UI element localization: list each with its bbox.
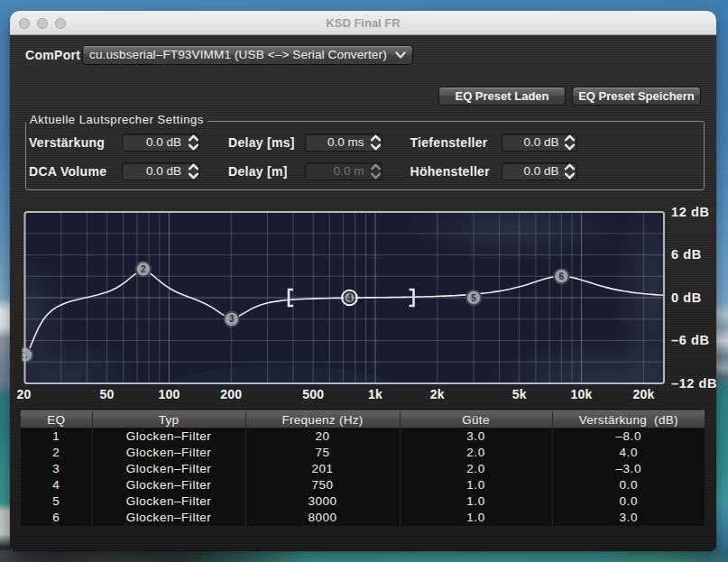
- svg-text:–12 dB: –12 dB: [671, 376, 716, 391]
- svg-text:0 dB: 0 dB: [671, 290, 702, 305]
- svg-text:6 dB: 6 dB: [671, 247, 702, 262]
- svg-text:1k: 1k: [368, 387, 382, 401]
- svg-text:20k: 20k: [632, 387, 654, 401]
- svg-text:12 dB: 12 dB: [671, 206, 710, 219]
- svg-text:10k: 10k: [571, 387, 593, 401]
- svg-text:5: 5: [471, 293, 476, 303]
- svg-text:5k: 5k: [512, 387, 527, 401]
- svg-text:2: 2: [141, 264, 146, 274]
- svg-text:500: 500: [302, 387, 324, 401]
- svg-text:–6 dB: –6 dB: [671, 333, 710, 347]
- svg-text:4: 4: [347, 293, 353, 303]
- svg-text:100: 100: [158, 387, 180, 401]
- svg-text:20: 20: [17, 387, 32, 401]
- svg-text:200: 200: [220, 387, 242, 401]
- svg-text:3: 3: [229, 314, 235, 324]
- svg-text:50: 50: [100, 387, 115, 401]
- svg-text:6: 6: [559, 272, 565, 281]
- svg-text:2k: 2k: [430, 387, 445, 401]
